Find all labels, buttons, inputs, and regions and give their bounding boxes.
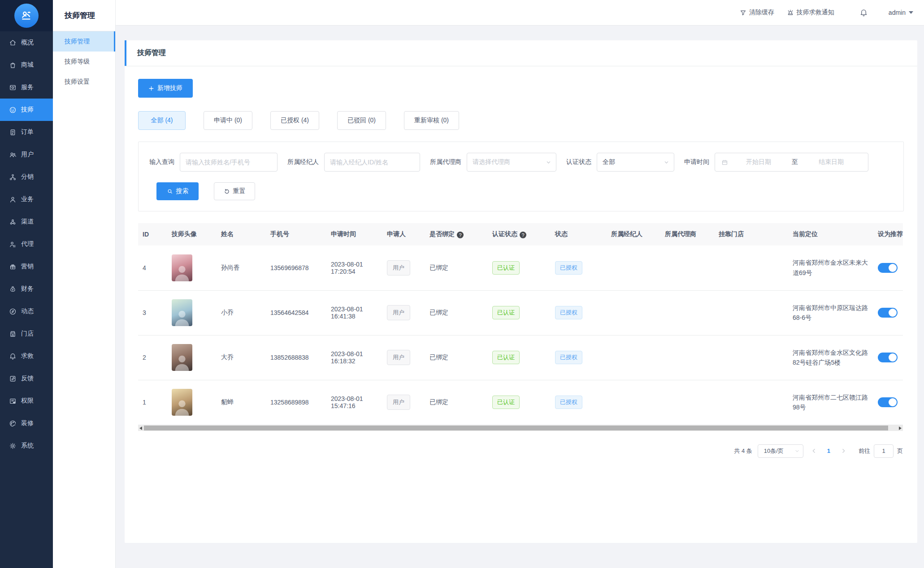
apply-time-range-picker[interactable]: 开始日期 至 结束日期 xyxy=(715,153,868,172)
tab-rereview[interactable]: 重新审核 (0) xyxy=(404,111,459,130)
goto-page-input[interactable] xyxy=(874,444,894,458)
tab-applying[interactable]: 申请中 (0) xyxy=(204,111,252,130)
add-technician-label: 新增技师 xyxy=(157,84,182,92)
sos-notice-button[interactable]: 技师求救通知 xyxy=(787,9,834,17)
reset-button[interactable]: 重置 xyxy=(214,182,255,200)
gear-icon xyxy=(9,442,17,450)
content-card: 技师管理 新增技师 全部 (4) 申请中 (0) 已授权 (4) 已驳回 (0)… xyxy=(125,40,917,543)
cell-agency xyxy=(660,380,714,425)
sidebar-item-business[interactable]: 业务 xyxy=(0,188,53,211)
tab-authorized[interactable]: 已授权 (4) xyxy=(270,111,319,130)
date-separator: 至 xyxy=(789,158,801,166)
cert-status-value: 全部 xyxy=(603,158,615,166)
submenu-item-technician-settings[interactable]: 技师设置 xyxy=(53,72,115,92)
recommend-toggle[interactable] xyxy=(878,353,898,362)
sidebar-item-permission[interactable]: 权限 xyxy=(0,390,53,412)
clear-cache-icon xyxy=(740,9,746,16)
sidebar-item-technician[interactable]: 技师 xyxy=(0,99,53,121)
recommend-toggle[interactable] xyxy=(878,397,898,407)
sidebar-item-label: 门店 xyxy=(21,330,34,338)
sidebar-item-marketing[interactable]: 营销 xyxy=(0,255,53,278)
technician-avatar[interactable] xyxy=(172,299,192,326)
col-location: 当前定位 xyxy=(788,223,873,245)
business-icon xyxy=(9,196,17,203)
cell-store xyxy=(714,335,788,380)
table-row: 4 孙尚香 13569696878 2023-08-0117:20:54 用户 … xyxy=(138,245,903,290)
sidebar-item-agent[interactable]: 代理 xyxy=(0,233,53,255)
submenu-item-technician-management[interactable]: 技师管理 xyxy=(53,31,115,52)
sidebar-item-system[interactable]: 系统 xyxy=(0,435,53,457)
next-page-button[interactable] xyxy=(838,448,849,454)
cell-phone: 13569696878 xyxy=(266,245,326,290)
status-badge: 已授权 xyxy=(555,396,582,409)
scroll-left-arrow-icon[interactable] xyxy=(139,426,142,430)
scroll-right-arrow-icon[interactable] xyxy=(899,426,902,430)
cell-apply-time: 2023-08-0117:20:54 xyxy=(326,245,382,290)
sidebar-item-label: 订单 xyxy=(21,128,34,136)
sidebar-item-service[interactable]: 服务 xyxy=(0,76,53,99)
sidebar-item-store[interactable]: 门店 xyxy=(0,323,53,345)
tab-all[interactable]: 全部 (4) xyxy=(138,111,186,130)
add-technician-button[interactable]: 新增技师 xyxy=(138,79,193,98)
agent-input[interactable] xyxy=(324,153,420,172)
agency-select[interactable]: 请选择代理商 xyxy=(467,153,556,172)
sidebar-item-finance[interactable]: 财务 xyxy=(0,278,53,300)
prev-page-button[interactable] xyxy=(809,448,819,454)
card-header: 技师管理 xyxy=(125,40,917,66)
search-button[interactable]: 搜索 xyxy=(156,182,199,200)
col-avatar: 技师头像 xyxy=(167,223,217,245)
submenu-item-technician-level[interactable]: 技师等级 xyxy=(53,52,115,72)
secondary-sidebar: 技师管理 技师管理 技师等级 技师设置 xyxy=(53,0,116,568)
store-icon xyxy=(9,330,17,338)
sidebar-item-label: 商城 xyxy=(21,61,34,69)
col-bound: 是否绑定? xyxy=(425,223,488,245)
sidebar-item-users[interactable]: 用户 xyxy=(0,143,53,166)
page-unit-label: 页 xyxy=(897,447,903,455)
col-agency: 所属代理商 xyxy=(660,223,714,245)
cell-bound: 已绑定 xyxy=(425,290,488,335)
agent-label: 所属经纪人 xyxy=(287,158,319,166)
sidebar-item-mall[interactable]: 商城 xyxy=(0,54,53,76)
table-row: 1 貂蝉 13258689898 2023-08-0115:47:16 用户 已… xyxy=(138,380,903,425)
query-input[interactable] xyxy=(180,153,278,172)
sidebar-item-news[interactable]: 动态 xyxy=(0,300,53,323)
technician-avatar[interactable] xyxy=(172,254,192,281)
sidebar-item-decorate[interactable]: 装修 xyxy=(0,412,53,435)
status-badge: 已授权 xyxy=(555,351,582,364)
cell-bound: 已绑定 xyxy=(425,335,488,380)
technician-avatar[interactable] xyxy=(172,389,192,416)
reset-icon xyxy=(224,188,230,194)
table-header-row: ID 技师头像 姓名 手机号 申请时间 申请人 是否绑定? 认证状态? 状态 xyxy=(138,223,903,245)
agency-label: 所属代理商 xyxy=(430,158,461,166)
sidebar-item-label: 分销 xyxy=(21,173,34,181)
sidebar-item-label: 反馈 xyxy=(21,374,34,383)
notification-bell-button[interactable] xyxy=(859,9,868,17)
technician-table: ID 技师头像 姓名 手机号 申请时间 申请人 是否绑定? 认证状态? 状态 xyxy=(138,223,903,425)
sidebar-item-overview[interactable]: 概况 xyxy=(0,31,53,54)
technician-avatar[interactable] xyxy=(172,344,192,371)
page-size-select[interactable]: 10条/页 xyxy=(758,444,803,458)
col-store: 挂靠门店 xyxy=(714,223,788,245)
horizontal-scrollbar[interactable] xyxy=(138,425,903,431)
help-icon[interactable]: ? xyxy=(457,232,464,238)
sidebar-item-distribution[interactable]: 分销 xyxy=(0,166,53,188)
tab-rejected[interactable]: 已驳回 (0) xyxy=(337,111,386,130)
user-menu[interactable]: admin xyxy=(889,9,913,16)
clear-cache-button[interactable]: 清除缓存 xyxy=(740,9,774,17)
goto-label: 前往 xyxy=(859,447,870,455)
clear-cache-label: 清除缓存 xyxy=(749,9,774,17)
help-icon[interactable]: ? xyxy=(520,232,526,238)
cert-status-badge: 已认证 xyxy=(492,261,520,275)
scrollbar-thumb[interactable] xyxy=(144,426,888,430)
recommend-toggle[interactable] xyxy=(878,308,898,318)
sidebar-item-channel[interactable]: 渠道 xyxy=(0,211,53,233)
recommend-toggle[interactable] xyxy=(878,263,898,273)
sos-notice-label: 技师求救通知 xyxy=(797,9,834,17)
search-icon xyxy=(167,188,173,194)
current-page-number[interactable]: 1 xyxy=(824,448,833,454)
cell-location: 河南省郑州市二七区赣江路98号 xyxy=(788,380,873,425)
cert-status-select[interactable]: 全部 xyxy=(597,153,674,172)
sidebar-item-feedback[interactable]: 反馈 xyxy=(0,367,53,390)
sidebar-item-orders[interactable]: 订单 xyxy=(0,121,53,143)
sidebar-item-sos[interactable]: 求救 xyxy=(0,345,53,367)
